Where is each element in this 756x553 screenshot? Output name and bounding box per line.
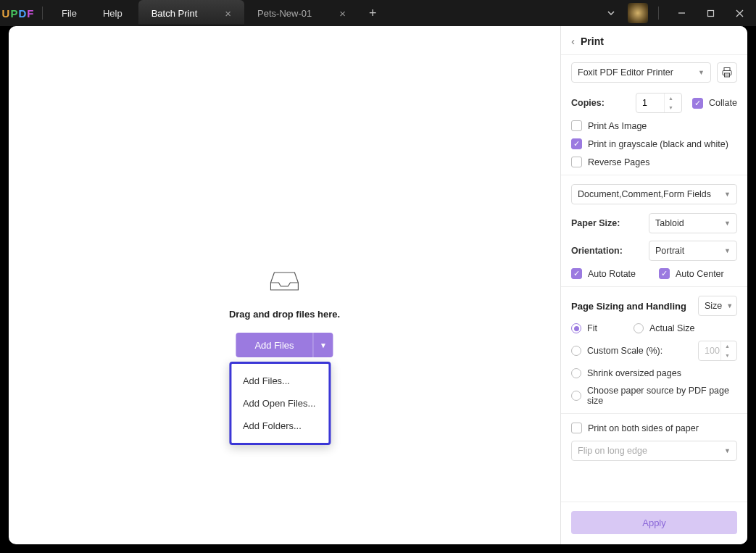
dropzone-text: Drag and drop files here. — [229, 309, 340, 320]
tabstrip: Batch Print × Pets-New-01 × + — [138, 0, 387, 26]
shrink-label: Shrink oversized pages — [587, 368, 681, 378]
title-bar: UPDF File Help Batch Print × Pets-New-01… — [0, 0, 756, 26]
tab-batch-print[interactable]: Batch Print × — [138, 0, 244, 26]
copies-input[interactable] — [636, 98, 664, 108]
chevron-down-icon: ▼ — [724, 247, 731, 254]
panel-title: Print — [581, 36, 604, 47]
what-to-print-select[interactable]: Document,Comment,Form Fields ▼ — [571, 184, 737, 204]
minimize-button[interactable] — [669, 3, 694, 23]
close-icon[interactable]: × — [225, 7, 231, 20]
custom-scale-stepper[interactable]: ▲▼ — [698, 341, 737, 361]
panel-header: ‹ Print — [561, 26, 747, 55]
custom-label: Custom Scale (%): — [587, 346, 662, 356]
printer-selected: Foxit PDF Editor Printer — [578, 67, 673, 78]
orientation-select[interactable]: Portrait ▼ — [649, 241, 737, 261]
paper-size-selected: Tabloid — [655, 218, 684, 228]
collate-option[interactable]: Collate — [692, 98, 737, 109]
close-button[interactable] — [727, 3, 752, 23]
what-to-print-selected: Document,Comment,Form Fields — [578, 189, 711, 199]
chevron-down-icon: ▼ — [724, 447, 731, 454]
print-as-image-label: Print As Image — [588, 121, 647, 131]
back-icon[interactable]: ‹ — [571, 35, 575, 47]
menu-add-files[interactable]: Add Files... — [231, 370, 328, 392]
tab-label: Pets-New-01 — [257, 8, 312, 19]
auto-center-label: Auto Center — [676, 269, 724, 279]
printer-select[interactable]: Foxit PDF Editor Printer ▼ — [571, 62, 711, 83]
duplex-checkbox[interactable] — [571, 423, 582, 433]
choose-source-label: Choose paper source by PDF page size — [587, 386, 737, 406]
dropzone[interactable]: Drag and drop files here. Add Files ▼ Ad… — [229, 271, 340, 445]
copies-stepper[interactable]: ▲▼ — [636, 93, 682, 113]
reverse-checkbox[interactable] — [571, 157, 582, 167]
print-icon-button[interactable] — [717, 62, 737, 83]
divider — [561, 175, 747, 175]
auto-center-checkbox[interactable] — [659, 268, 670, 279]
auto-rotate-label: Auto Rotate — [588, 269, 636, 279]
reverse-pages-option[interactable]: Reverse Pages — [571, 157, 737, 167]
svg-rect-1 — [707, 10, 713, 16]
fit-option[interactable]: Fit — [571, 323, 597, 333]
spin-down-icon[interactable]: ▼ — [665, 103, 677, 112]
custom-scale-option[interactable]: Custom Scale (%): — [571, 346, 662, 356]
fit-radio[interactable] — [571, 323, 581, 333]
tab-pets-new-01[interactable]: Pets-New-01 × — [244, 0, 359, 26]
paper-size-label: Paper Size: — [571, 218, 620, 228]
flip-select[interactable]: Flip on long edge ▼ — [571, 441, 737, 461]
new-tab-button[interactable]: + — [359, 0, 387, 26]
divider — [42, 7, 43, 20]
print-as-image-option[interactable]: Print As Image — [571, 120, 737, 131]
collate-checkbox[interactable] — [692, 98, 703, 109]
custom-radio[interactable] — [571, 346, 581, 356]
divider — [561, 413, 747, 414]
choose-source-option[interactable]: Choose paper source by PDF page size — [571, 386, 737, 406]
svg-rect-2 — [724, 68, 730, 71]
panel-body: Foxit PDF Editor Printer ▼ Copies: ▲▼ — [561, 55, 747, 502]
spin-up-icon[interactable]: ▲ — [721, 341, 734, 351]
spin-up-icon[interactable]: ▲ — [665, 93, 677, 103]
tray-icon — [270, 271, 299, 291]
ai-sparkle-icon[interactable] — [628, 3, 648, 23]
actual-radio[interactable] — [634, 323, 644, 333]
grayscale-checkbox[interactable] — [571, 138, 582, 149]
shrink-radio[interactable] — [571, 368, 581, 378]
print-panel: ‹ Print Foxit PDF Editor Printer ▼ Copie… — [560, 26, 747, 544]
actual-label: Actual Size — [649, 323, 695, 333]
shrink-option[interactable]: Shrink oversized pages — [571, 368, 737, 378]
chevron-down-icon: ▼ — [724, 220, 731, 227]
tab-label: Batch Print — [151, 8, 198, 19]
add-files-label: Add Files — [236, 340, 313, 351]
add-files-button[interactable]: Add Files ▼ — [236, 333, 333, 357]
copies-label: Copies: — [571, 98, 605, 108]
auto-rotate-checkbox[interactable] — [571, 268, 582, 279]
spin-down-icon[interactable]: ▼ — [721, 351, 734, 360]
print-as-image-checkbox[interactable] — [571, 120, 582, 131]
chevron-down-icon[interactable] — [599, 3, 623, 23]
orientation-label: Orientation: — [571, 246, 623, 256]
custom-scale-input[interactable] — [699, 346, 720, 356]
grayscale-label: Print in grayscale (black and white) — [588, 139, 728, 149]
menu-add-open-files[interactable]: Add Open Files... — [231, 392, 328, 415]
sizing-mode-select[interactable]: Size ▼ — [698, 296, 737, 316]
flip-selected: Flip on long edge — [578, 446, 647, 456]
close-icon[interactable]: × — [339, 7, 346, 20]
canvas-area: Drag and drop files here. Add Files ▼ Ad… — [9, 26, 560, 544]
menu-file[interactable]: File — [49, 8, 90, 19]
duplex-option[interactable]: Print on both sides of paper — [571, 423, 737, 433]
actual-size-option[interactable]: Actual Size — [634, 323, 695, 333]
panel-footer: Apply — [561, 502, 747, 544]
auto-rotate-option[interactable]: Auto Rotate — [571, 268, 636, 279]
collate-label: Collate — [709, 98, 737, 108]
chevron-down-icon: ▼ — [698, 69, 705, 76]
apply-button[interactable]: Apply — [571, 511, 737, 534]
sizing-mode-selected: Size — [705, 301, 722, 311]
choose-source-radio[interactable] — [571, 391, 581, 401]
menu-add-folders[interactable]: Add Folders... — [231, 415, 328, 437]
duplex-label: Print on both sides of paper — [588, 423, 699, 433]
maximize-button[interactable] — [698, 3, 723, 23]
paper-size-select[interactable]: Tabloid ▼ — [649, 213, 737, 233]
menu-help[interactable]: Help — [90, 8, 136, 19]
dropdown-caret-icon[interactable]: ▼ — [313, 333, 333, 357]
sizing-header: Page Sizing and Handling — [571, 301, 686, 312]
auto-center-option[interactable]: Auto Center — [659, 268, 724, 279]
grayscale-option[interactable]: Print in grayscale (black and white) — [571, 138, 737, 149]
